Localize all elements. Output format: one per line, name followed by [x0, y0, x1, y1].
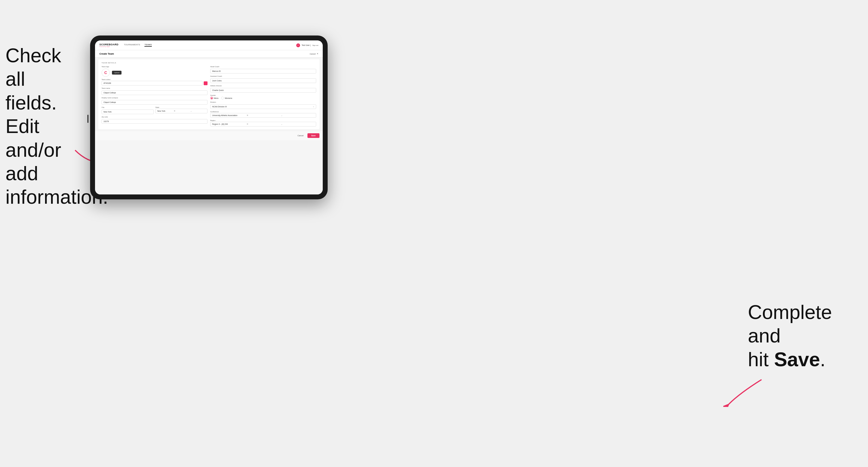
section-title: TEAM DETAILS — [101, 62, 316, 64]
state-field: State New York ✕ ⌄ — [155, 106, 208, 114]
form-section: TEAM DETAILS Team logo C — [98, 59, 319, 129]
color-input-row — [101, 81, 208, 86]
form-left: Team logo C Upload — [101, 66, 208, 126]
arrow-right — [723, 374, 767, 407]
annotation-left: Check all fields. Edit and/or add inform… — [5, 44, 82, 209]
head-coach-label: Head Coach — [210, 66, 316, 67]
nav-tournaments[interactable]: TOURNAMENTS — [124, 44, 140, 47]
city-state-row: City State New York ✕ ⌄ — [101, 106, 208, 114]
tablet-side-button — [87, 115, 89, 123]
cancel-button-footer[interactable]: Cancel — [296, 133, 306, 138]
division-select-wrapper: NCAA Division III — [210, 103, 316, 109]
form-footer: Cancel Save — [95, 131, 323, 140]
conference-label: Conference — [210, 111, 316, 113]
page-title: Create Team — [99, 53, 114, 55]
division-label: Division — [210, 101, 316, 103]
display-name-label: Display name (unique) — [101, 97, 208, 99]
conference-select[interactable]: University Athletic Association ✕ ⌄ — [210, 113, 316, 118]
state-value: New York — [157, 110, 173, 112]
conference-chevron-icon: ⌄ — [281, 115, 314, 117]
gender-mens-label: Mens — [214, 97, 218, 99]
gender-mens-option[interactable]: Mens — [210, 97, 218, 99]
tablet-screen: SCOREBOARD Powered by clippd TOURNAMENTS… — [95, 40, 323, 194]
head-coach-input[interactable] — [210, 69, 316, 73]
team-logo-label: Team logo — [101, 66, 208, 67]
conference-value: University Athletic Association — [212, 115, 245, 116]
team-colour-input[interactable] — [101, 81, 203, 86]
cancel-label-top: Cancel — [310, 53, 316, 55]
head-coach-field: Head Coach — [210, 66, 316, 73]
brand: SCOREBOARD Powered by clippd — [99, 43, 119, 47]
nav-items: TOURNAMENTS TEAMS — [124, 44, 296, 47]
cancel-button-top[interactable]: Cancel ✕ — [310, 53, 318, 55]
user-initial: T — [298, 44, 299, 46]
zip-input[interactable] — [101, 119, 208, 124]
annotation-right-prefix: hit — [748, 348, 774, 370]
close-icon: ✕ — [317, 53, 318, 55]
state-label: State — [155, 106, 208, 108]
athletic-director-label: Athletic Director — [210, 85, 316, 87]
gender-womens-label: Womens — [225, 97, 232, 99]
assistant-coach-label: Assistant Coach — [210, 75, 316, 77]
athletic-director-field: Athletic Director — [210, 85, 316, 93]
conference-clear-icon[interactable]: ✕ — [247, 114, 280, 117]
region-field: Region Region II - (M) DIII ✕ ⌄ — [210, 120, 316, 126]
user-label: Test User | — [302, 44, 311, 46]
team-name-field: Team name — [101, 87, 208, 95]
zip-label: Zip code — [101, 116, 208, 118]
form-grid: Team logo C Upload — [101, 66, 316, 126]
gender-row: Mens Womens — [210, 97, 316, 99]
upload-label: Upload — [114, 72, 119, 73]
color-swatch[interactable] — [204, 82, 208, 85]
tablet-device: SCOREBOARD Powered by clippd TOURNAMENTS… — [90, 35, 328, 199]
zip-field: Zip code — [101, 116, 208, 124]
navbar-right: T Test User | Sign out — [296, 43, 318, 47]
division-select[interactable]: NCAA Division III — [210, 104, 316, 109]
team-name-label: Team name — [101, 87, 208, 89]
gender-womens-radio[interactable] — [221, 97, 224, 99]
annotation-line2: Edit and/or add — [5, 115, 61, 184]
team-name-input[interactable] — [101, 90, 208, 95]
athletic-director-input[interactable] — [210, 88, 316, 93]
assistant-coach-input[interactable] — [210, 79, 316, 83]
division-field: Division NCAA Division III — [210, 101, 316, 109]
state-clear-icon[interactable]: ✕ — [174, 110, 189, 112]
form-right: Head Coach Assistant Coach Athletic Dire… — [210, 66, 316, 126]
team-colour-label: Team colour — [101, 79, 208, 80]
gender-field: Gender Mens Womens — [210, 94, 316, 99]
state-select[interactable]: New York ✕ ⌄ — [155, 109, 208, 113]
team-logo-circle: C — [101, 68, 110, 77]
annotation-right-suffix: . — [820, 348, 826, 370]
city-field: City — [101, 106, 154, 114]
user-avatar: T — [296, 43, 300, 47]
state-chevron-icon: ⌄ — [190, 110, 206, 112]
save-button[interactable]: Save — [307, 133, 319, 138]
region-select[interactable]: Region II - (M) DIII ✕ ⌄ — [210, 122, 316, 126]
team-logo-field: Team logo C Upload — [101, 66, 208, 77]
brand-title: SCOREBOARD — [99, 43, 119, 46]
city-label: City — [101, 106, 154, 108]
team-colour-field: Team colour — [101, 79, 208, 86]
sign-out-link[interactable]: Sign out — [312, 44, 318, 46]
brand-sub: Powered by clippd — [99, 46, 119, 47]
conference-field: Conference University Athletic Associati… — [210, 111, 316, 118]
region-clear-icon[interactable]: ✕ — [247, 123, 280, 125]
nav-teams[interactable]: TEAMS — [145, 44, 152, 47]
gender-womens-option[interactable]: Womens — [221, 97, 232, 99]
assistant-coach-field: Assistant Coach — [210, 75, 316, 83]
region-label: Region — [210, 120, 316, 121]
display-name-input[interactable] — [101, 100, 208, 104]
display-name-field: Display name (unique) — [101, 97, 208, 104]
annotation-line1: Check all fields. — [5, 44, 61, 114]
region-chevron-icon: ⌄ — [281, 123, 314, 125]
annotation-right-line1: Complete and — [748, 301, 832, 347]
gender-mens-radio[interactable] — [210, 97, 213, 99]
logo-initial: C — [104, 70, 107, 75]
gender-label: Gender — [210, 94, 316, 96]
annotation-right: Complete and hit Save. — [748, 301, 857, 371]
region-value: Region II - (M) DIII — [212, 123, 245, 125]
logo-area: C Upload — [101, 68, 208, 77]
navbar: SCOREBOARD Powered by clippd TOURNAMENTS… — [95, 40, 323, 50]
city-input[interactable] — [101, 110, 154, 114]
upload-button[interactable]: Upload — [112, 71, 122, 74]
